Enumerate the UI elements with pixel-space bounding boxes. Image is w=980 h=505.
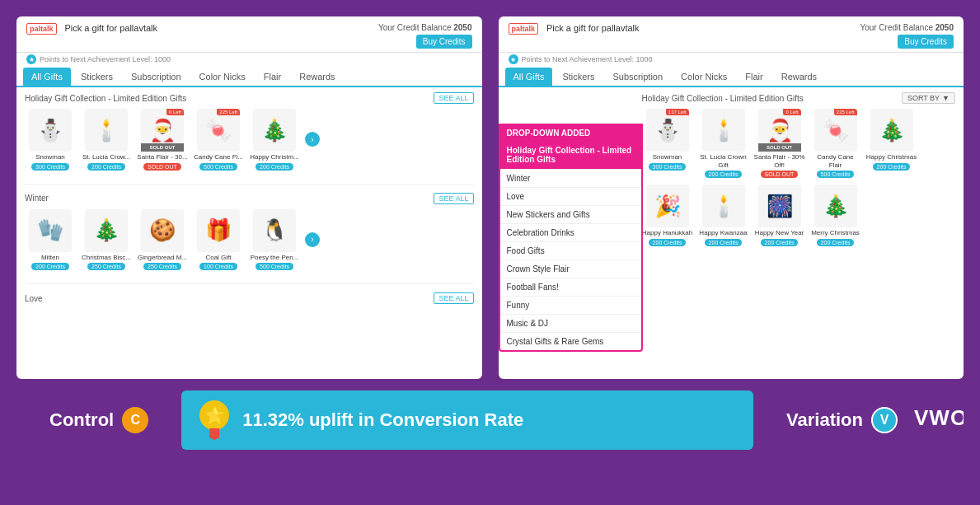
control-see-all-winter-button[interactable]: SEE ALL: [434, 193, 473, 204]
var-gift-merrychristmas-icon: 🎄: [814, 185, 857, 227]
variation-gifts-row1: ⛄ 117 Left Snowman 300 Credits 🕯️ St. Lu…: [642, 109, 956, 178]
list-item: 🎄 Happy Christm... 200 Credits: [249, 109, 300, 171]
variation-sort-by-button[interactable]: SORT BY ▼: [902, 92, 955, 104]
list-item: 🍬 225 Left Candy Cane Flair 500 Credits: [810, 109, 861, 178]
gift-xmasbiscuit-name: Christmas Bisc...: [82, 254, 131, 262]
control-section-winter-title: Winter: [25, 194, 49, 203]
list-item: 🎄 Happy Christmas 200 Credits: [866, 109, 917, 171]
variation-tab-colornicks[interactable]: Color Nicks: [673, 68, 735, 86]
variation-credit-label: Your Credit Balance 2050: [860, 23, 954, 32]
control-section-holiday: Holiday Gift Collection - Limited Editio…: [16, 87, 482, 180]
variation-tab-all-gifts[interactable]: All Gifts: [505, 68, 553, 86]
variation-achievement-badge: ★: [509, 54, 518, 64]
variation-credit-info: Your Credit Balance 2050 Buy Credits: [860, 23, 954, 49]
var-gift-kwanzaa-name: Happy Kwanzaa: [699, 229, 747, 237]
control-tab-rewards[interactable]: Rewards: [291, 68, 343, 86]
variation-points-text: Points to Next Achievement Level: 1000: [522, 55, 653, 63]
list-item: 🎄 Christmas Bisc... 250 Credits: [81, 209, 132, 271]
var-gift-newyear-icon: 🎆: [758, 185, 801, 227]
dropdown-item-love[interactable]: Love: [500, 187, 641, 205]
control-winter-next-button[interactable]: ›: [305, 232, 320, 247]
variation-tab-subscription[interactable]: Subscription: [605, 68, 672, 86]
control-holiday-next-button[interactable]: ›: [305, 132, 320, 147]
variation-nav-tabs: All Gifts Stickers Subscription Color Ni…: [499, 68, 964, 87]
gift-coal-credits: 100 Credits: [199, 263, 237, 270]
variation-label-text: Variation: [786, 409, 863, 431]
gift-coal-name: Coal Gift: [205, 254, 231, 262]
var-gift-hanukkah-name: Happy Hanukkah: [642, 229, 692, 237]
dropdown-item-funny[interactable]: Funny: [500, 296, 641, 314]
control-buy-credits-button[interactable]: Buy Credits: [416, 35, 472, 49]
control-tab-subscription[interactable]: Subscription: [123, 68, 190, 86]
gift-stlucia-icon: 🕯️: [85, 109, 128, 152]
dropdown-item-crystal[interactable]: Crystal Gifts & Rare Gems: [500, 332, 641, 350]
dropdown-item-newstickers[interactable]: New Stickers and Gifts: [500, 205, 641, 223]
var-gift-newyear-credits: 200 Credits: [761, 239, 799, 246]
vwo-logo-svg: VWO: [914, 405, 964, 430]
variation-gifts-row2: 🎉 Happy Hanukkah 200 Credits 🕯️ Happy Kw…: [642, 185, 956, 246]
list-item: 🎅 0 Left SOLD OUT Santa Flair - 30% Off!…: [754, 109, 805, 178]
dropdown-added-badge: DROP-DOWN ADDED: [500, 125, 641, 141]
list-item: 🍪 Gingerbread M... 250 Credits: [137, 209, 188, 271]
dropdown-item-football[interactable]: Football Fans!: [500, 278, 641, 296]
control-points-row: ★ Points to Next Achievement Level: 1000: [16, 53, 482, 68]
var-gift-candy-credits: 500 Credits: [817, 171, 855, 178]
gift-santa-credits: SOLD OUT: [143, 163, 181, 171]
control-section-winter-header: Winter SEE ALL: [25, 193, 474, 204]
variation-buy-credits-button[interactable]: Buy Credits: [898, 35, 954, 49]
dropdown-item-crown[interactable]: Crown Style Flair: [500, 260, 641, 278]
list-item: 🍬 225 Left Candy Cane Fl... 500 Credits: [193, 109, 244, 171]
gift-gingerbread-credits: 250 Credits: [143, 263, 181, 270]
gift-gingerbread-icon: 🍪: [141, 209, 184, 252]
var-gift-stlucia-name: St. Lucia Crown Gift: [698, 153, 749, 169]
list-item: ⛄ Snowman 300 Credits: [25, 109, 76, 171]
control-tab-flair[interactable]: Flair: [256, 68, 289, 86]
var-gift-merrychristmas-name: Merry Christmas: [811, 229, 860, 237]
var-gift-snowman-badge: 117 Left: [666, 109, 689, 115]
variation-tab-flair[interactable]: Flair: [737, 68, 771, 86]
control-credit-label: Your Credit Balance 2050: [378, 23, 472, 32]
list-item: 🎄 Merry Christmas 200 Credits: [810, 185, 861, 246]
control-divider-1: [25, 184, 474, 185]
control-section-holiday-header: Holiday Gift Collection - Limited Editio…: [25, 92, 474, 104]
var-gift-santa-badge: 0 Left: [783, 109, 800, 115]
var-gift-santa-credits: SOLD OUT: [761, 171, 799, 178]
gift-candy-credits: 500 Credits: [199, 163, 237, 171]
control-tab-colornicks[interactable]: Color Nicks: [191, 68, 254, 86]
var-gift-snowman-credits: 300 Credits: [649, 163, 687, 171]
gift-penguin-name: Poesy the Pen...: [251, 254, 299, 262]
var-gift-merrychristmas-credits: 200 Credits: [817, 239, 855, 246]
list-item: 🐧 Poesy the Pen... 500 Credits: [249, 209, 300, 271]
dropdown-selected-item[interactable]: Holiday Gift Collection - Limited Editio…: [500, 141, 641, 169]
variation-badge: V: [871, 407, 898, 433]
gift-christmas-name: Happy Christm...: [250, 153, 299, 161]
variation-tab-rewards[interactable]: Rewards: [773, 68, 825, 86]
dropdown-item-food[interactable]: Food Gifts: [500, 241, 641, 260]
control-header: paltalk Pick a gift for pallavtalk Your …: [16, 16, 482, 53]
control-section-love-title: Love: [25, 294, 43, 303]
variation-section-header: Holiday Gift Collection - Limited Editio…: [642, 92, 956, 104]
dropdown-item-music[interactable]: Music & DJ: [500, 314, 641, 332]
control-tab-all-gifts[interactable]: All Gifts: [23, 68, 71, 86]
variation-section-title: Holiday Gift Collection - Limited Editio…: [642, 94, 804, 103]
gift-mitten-icon: 🧤: [29, 209, 72, 252]
star-medal: ⭐: [198, 400, 231, 440]
bottom-bar: Control C ⭐ 11.32% uplift in Conversion …: [0, 379, 980, 461]
dropdown-item-winter[interactable]: Winter: [500, 169, 641, 187]
control-label-text: Control: [49, 409, 114, 431]
variation-title: Pick a gift for pallavtalk: [546, 23, 860, 33]
gift-mitten-name: Mitten: [41, 254, 59, 262]
variation-tab-stickers[interactable]: Stickers: [554, 68, 603, 86]
dropdown-item-celebration[interactable]: Celebration Drinks: [500, 223, 641, 241]
var-gift-candy-icon: 🍬 225 Left: [814, 109, 857, 152]
variation-logo: paltalk: [509, 23, 539, 35]
var-gift-stlucia-icon: 🕯️: [702, 109, 745, 152]
var-gift-newyear-name: Happy New Year: [755, 229, 804, 237]
control-see-all-love-button[interactable]: SEE ALL: [434, 292, 473, 304]
control-panel: paltalk Pick a gift for pallavtalk Your …: [16, 16, 482, 379]
control-tab-stickers[interactable]: Stickers: [73, 68, 121, 86]
control-see-all-holiday-button[interactable]: SEE ALL: [434, 92, 473, 104]
list-item: 🧤 Mitten 200 Credits: [25, 209, 76, 271]
control-credit-info: Your Credit Balance 2050 Buy Credits: [378, 23, 472, 49]
var-gift-santa-soldout: SOLD OUT: [758, 143, 801, 152]
